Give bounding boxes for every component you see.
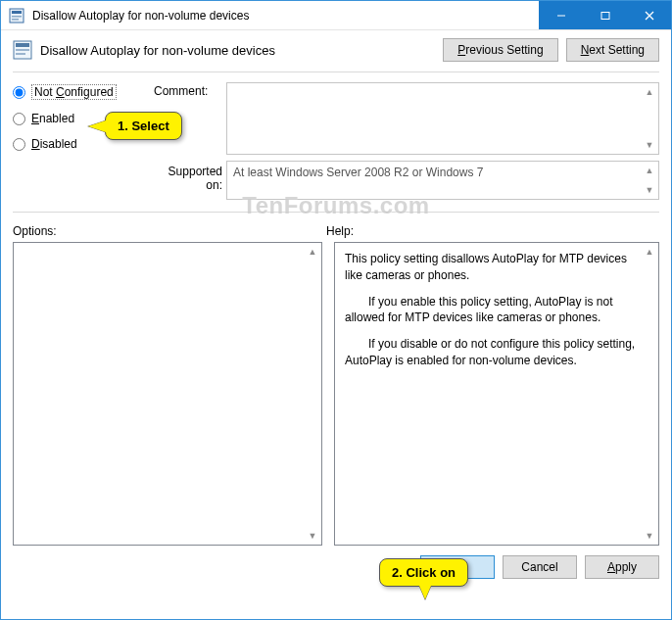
nav-buttons: Previous Setting Next Setting — [443, 38, 659, 62]
help-text: If you disable or do not configure this … — [345, 336, 637, 369]
radio-not-configured[interactable]: Not Configured — [13, 84, 150, 100]
apply-button[interactable]: Apply — [585, 555, 659, 579]
separator — [13, 212, 659, 213]
radio-disabled-input[interactable] — [13, 138, 25, 151]
scroll-down-icon[interactable]: ▼ — [306, 529, 319, 543]
radio-not-configured-label: Not Configured — [31, 84, 117, 100]
footer-buttons: OK Cancel Apply — [13, 555, 659, 579]
mid-labels: Options: Help: — [13, 224, 659, 238]
header-row: Disallow Autoplay for non-volume devices… — [13, 38, 659, 62]
svg-rect-2 — [12, 16, 22, 18]
supported-label: Supported on: — [154, 161, 222, 192]
minimize-button[interactable] — [539, 1, 583, 29]
radio-disabled-label: Disabled — [31, 137, 77, 151]
scroll-up-icon[interactable]: ▲ — [643, 85, 656, 99]
titlebar: Disallow Autoplay for non-volume devices — [1, 1, 671, 30]
svg-rect-5 — [601, 12, 609, 19]
policy-title: Disallow Autoplay for non-volume devices — [40, 43, 435, 58]
help-panel: This policy setting disallows AutoPlay f… — [334, 242, 659, 546]
supported-text: At least Windows Server 2008 R2 or Windo… — [233, 166, 483, 179]
config-grid: Not Configured Enabled Disabled Comment:… — [13, 82, 659, 200]
help-text: This policy setting disallows AutoPlay f… — [345, 251, 637, 284]
window-controls — [539, 1, 671, 29]
svg-rect-3 — [12, 19, 19, 21]
options-label: Options: — [13, 224, 326, 238]
help-label: Help: — [326, 224, 354, 238]
next-setting-button[interactable]: Next Setting — [566, 38, 659, 62]
radio-not-configured-input[interactable] — [13, 86, 25, 99]
help-text: If you enable this policy setting, AutoP… — [345, 294, 637, 327]
scroll-down-icon[interactable]: ▼ — [643, 183, 656, 197]
svg-rect-10 — [16, 49, 29, 51]
svg-rect-1 — [12, 11, 22, 14]
scroll-up-icon[interactable]: ▲ — [643, 245, 656, 259]
policy-icon — [13, 40, 32, 60]
options-panel: ▲ ▼ — [13, 242, 322, 546]
scroll-up-icon[interactable]: ▲ — [306, 245, 319, 259]
previous-setting-button[interactable]: Previous Setting — [443, 38, 557, 62]
scroll-up-icon[interactable]: ▲ — [643, 164, 656, 177]
close-button[interactable] — [627, 1, 671, 29]
radio-enabled-input[interactable] — [13, 113, 25, 125]
scroll-down-icon[interactable]: ▼ — [643, 529, 656, 543]
separator — [13, 72, 659, 72]
callout-click: 2. Click on — [379, 558, 468, 587]
comment-field[interactable]: ▲ ▼ — [226, 82, 659, 155]
svg-rect-9 — [16, 43, 29, 47]
panels-row: ▲ ▼ This policy setting disallows AutoPl… — [13, 242, 659, 546]
maximize-button[interactable] — [583, 1, 627, 29]
radio-enabled-label: Enabled — [31, 112, 74, 125]
supported-field: At least Windows Server 2008 R2 or Windo… — [226, 161, 659, 200]
callout-select: 1. Select — [105, 112, 182, 140]
cancel-button[interactable]: Cancel — [503, 555, 577, 579]
comment-label: Comment: — [154, 82, 222, 98]
scroll-down-icon[interactable]: ▼ — [643, 138, 656, 152]
svg-rect-11 — [16, 53, 25, 55]
window-title: Disallow Autoplay for non-volume devices — [32, 9, 539, 23]
app-icon — [9, 8, 24, 24]
